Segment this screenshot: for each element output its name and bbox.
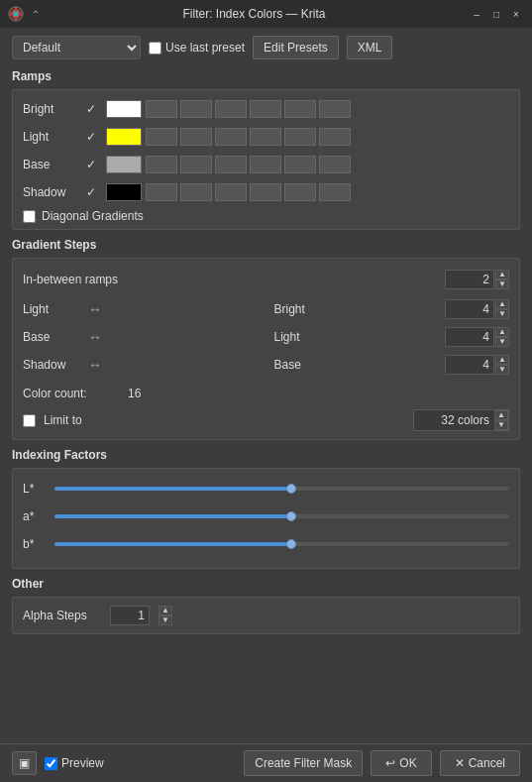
slider-row-a: a* <box>23 504 509 528</box>
diagonal-gradients-checkbox[interactable] <box>23 210 36 223</box>
create-filter-mask-button[interactable]: Create Filter Mask <box>244 750 363 776</box>
ramp-box[interactable] <box>180 128 212 146</box>
ramp-box[interactable] <box>284 128 316 146</box>
limit-to-checkbox[interactable] <box>23 414 36 427</box>
ramp-box[interactable] <box>319 128 351 146</box>
slider-label-b: b* <box>23 537 47 551</box>
ramp-check-light: ✓ <box>86 130 102 144</box>
cancel-button[interactable]: ✕ Cancel <box>440 750 520 776</box>
gs-spinbox-base: ▲ ▼ <box>445 355 509 375</box>
gs-item-light-right: Light ▲ ▼ <box>274 324 510 350</box>
preset-dropdown[interactable]: Default <box>12 36 141 59</box>
xml-button[interactable]: XML <box>347 36 393 59</box>
slider-fill-a <box>54 514 291 518</box>
gs-spinbox-bright: ▲ ▼ <box>445 299 509 319</box>
ramp-box[interactable] <box>146 156 177 173</box>
minimize-button[interactable]: – <box>469 6 484 22</box>
gs-item-label-bright-r: Bright <box>274 302 334 316</box>
ramp-swatch-base[interactable] <box>106 156 142 173</box>
preview-icon-button[interactable]: ▣ <box>12 751 37 775</box>
gs-spin-up-bright[interactable]: ▲ <box>495 299 509 309</box>
color-count-label: Color count: <box>23 387 122 400</box>
maximize-button[interactable]: □ <box>488 6 504 22</box>
ramp-box[interactable] <box>284 100 316 118</box>
gs-item-light: Light ↔ <box>23 296 259 322</box>
ramp-box[interactable] <box>215 183 247 201</box>
collapse-button[interactable]: ⌃ <box>32 9 40 20</box>
in-between-input[interactable] <box>445 270 494 289</box>
use-last-preset-checkbox[interactable] <box>149 42 161 55</box>
slider-track-b[interactable] <box>54 542 509 546</box>
in-between-row: In-between ramps ▲ ▼ <box>23 267 509 292</box>
slider-thumb-b[interactable] <box>286 539 296 549</box>
gs-item-base-right: Base ▲ ▼ <box>274 352 510 378</box>
ramp-boxes-bright <box>146 100 509 118</box>
edit-presets-button[interactable]: Edit Presets <box>253 36 339 59</box>
gs-spin-down-light[interactable]: ▼ <box>495 337 509 347</box>
preview-checkbox[interactable] <box>45 757 57 770</box>
ramp-box[interactable] <box>250 128 281 146</box>
ramp-box[interactable] <box>319 183 351 201</box>
slider-thumb-a[interactable] <box>286 511 296 521</box>
ok-button[interactable]: ↩ OK <box>371 750 431 776</box>
ramp-box[interactable] <box>284 183 316 201</box>
alpha-spin-down[interactable]: ▼ <box>159 615 172 625</box>
limit-to-input[interactable] <box>414 411 493 429</box>
ok-icon: ↩ <box>385 756 395 770</box>
ramp-box[interactable] <box>250 100 281 118</box>
ramp-box[interactable] <box>180 100 212 118</box>
slider-row-b: b* <box>23 532 509 556</box>
color-count-row: Color count: 16 <box>23 382 509 405</box>
in-between-spin-down[interactable]: ▼ <box>495 279 509 289</box>
ramp-box[interactable] <box>146 128 177 146</box>
ramp-box[interactable] <box>146 183 177 201</box>
limit-spin-down[interactable]: ▼ <box>494 420 508 430</box>
ramp-box[interactable] <box>180 156 212 173</box>
other-section: Alpha Steps ▲ ▼ <box>12 597 520 634</box>
ramp-swatch-light[interactable] <box>106 128 142 146</box>
limit-spin-up[interactable]: ▲ <box>494 410 508 420</box>
gs-item-label-base-r: Base <box>274 358 334 372</box>
alpha-spin-up[interactable]: ▲ <box>159 606 172 615</box>
in-between-spin-up[interactable]: ▲ <box>495 270 509 279</box>
ramp-box[interactable] <box>319 156 351 173</box>
gs-arrow-base: ↔ <box>88 329 102 345</box>
ramp-row-bright: Bright ✓ <box>23 96 509 122</box>
gs-item-label-shadow: Shadow <box>23 358 82 372</box>
gs-spin-down-base[interactable]: ▼ <box>495 365 509 375</box>
preview-label[interactable]: Preview <box>45 756 104 770</box>
alpha-steps-input[interactable] <box>110 606 150 625</box>
ramp-swatch-shadow[interactable] <box>106 183 142 201</box>
gs-item-shadow: Shadow ↔ <box>23 352 259 378</box>
svg-point-2 <box>15 13 18 16</box>
gs-input-base[interactable] <box>445 355 494 375</box>
slider-track-a[interactable] <box>54 514 509 518</box>
close-button[interactable]: × <box>508 6 524 22</box>
in-between-spinbox: ▲ ▼ <box>445 270 509 289</box>
ramp-box[interactable] <box>146 100 177 118</box>
ramp-box[interactable] <box>250 183 281 201</box>
gs-spin-up-light[interactable]: ▲ <box>495 327 509 337</box>
ramp-box[interactable] <box>215 156 247 173</box>
slider-label-a: a* <box>23 509 47 523</box>
slider-thumb-l[interactable] <box>286 484 296 494</box>
limit-row: Limit to ▲ ▼ <box>23 409 509 431</box>
ramp-box[interactable] <box>284 156 316 173</box>
ramp-box[interactable] <box>215 128 247 146</box>
ramp-box[interactable] <box>319 100 351 118</box>
use-last-preset-label[interactable]: Use last preset <box>149 41 245 55</box>
gs-spin-up-base[interactable]: ▲ <box>495 355 509 365</box>
diagonal-gradients-row: Diagonal Gradients <box>23 209 509 223</box>
gs-input-light[interactable] <box>445 327 494 347</box>
ramp-box[interactable] <box>250 156 281 173</box>
slider-fill-l <box>54 487 291 491</box>
cancel-label: Cancel <box>469 756 505 770</box>
use-last-preset-text: Use last preset <box>165 41 245 55</box>
title-bar-title: Filter: Index Colors — Krita <box>46 7 463 21</box>
ramp-swatch-bright[interactable] <box>106 100 142 118</box>
gs-input-bright[interactable] <box>445 299 494 319</box>
slider-track-l[interactable] <box>54 487 509 491</box>
ramp-box[interactable] <box>215 100 247 118</box>
ramp-box[interactable] <box>180 183 212 201</box>
gs-spin-down-bright[interactable]: ▼ <box>495 309 509 319</box>
